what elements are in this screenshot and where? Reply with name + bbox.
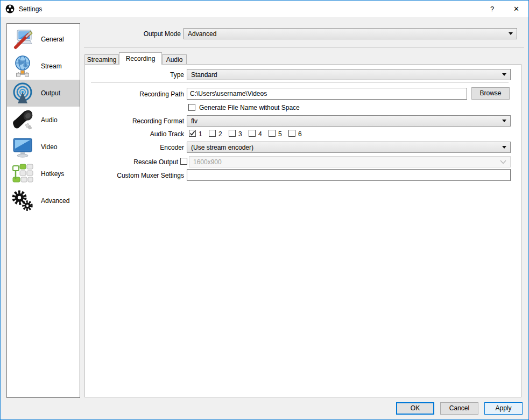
rescale-output-value: 1600x900 [193, 158, 500, 166]
tab-recording[interactable]: Recording [119, 52, 162, 65]
audio-track-label: Audio Track [84, 130, 184, 138]
dropdown-arrow-icon [509, 32, 513, 35]
rescale-output-checkbox[interactable] [180, 158, 187, 165]
dropdown-arrow-icon [502, 120, 506, 122]
output-mode-select[interactable]: Advanced [184, 28, 517, 39]
close-button[interactable]: ✕ [504, 1, 528, 17]
audio-icon [10, 108, 36, 132]
audio-track-1-label: 1 [199, 130, 202, 138]
type-select[interactable]: Standard [187, 69, 511, 80]
sidebar-item-hotkeys[interactable]: Hotkeys [7, 160, 80, 187]
audio-track-2-label: 2 [218, 130, 222, 138]
ok-button[interactable]: OK [396, 402, 434, 415]
browse-button[interactable]: Browse [471, 87, 510, 100]
sidebar-item-label: Output [41, 89, 60, 97]
video-icon [10, 135, 36, 159]
type-separator [91, 82, 509, 82]
sidebar-item-general[interactable]: General [7, 26, 80, 53]
tab-streaming[interactable]: Streaming [84, 54, 119, 65]
checkmark-icon [189, 130, 195, 136]
encoder-value: (Use stream encoder) [191, 144, 499, 151]
recording-tab-panel [84, 64, 521, 397]
general-icon [10, 27, 36, 52]
sidebar-item-audio[interactable]: Audio [7, 107, 80, 134]
tab-audio[interactable]: Audio [162, 54, 187, 65]
audio-track-4-checkbox[interactable] [249, 130, 256, 137]
generate-no-space-label: Generate File Name without Space [199, 104, 300, 111]
custom-muxer-label: Custom Muxer Settings [84, 172, 184, 179]
recording-path-input[interactable] [187, 88, 467, 100]
sidebar-item-output[interactable]: Output [7, 80, 80, 107]
recording-path-label: Recording Path [84, 90, 184, 98]
audio-track-6-checkbox[interactable] [288, 130, 295, 137]
output-icon [10, 81, 36, 106]
output-mode-label: Output Mode [84, 30, 181, 38]
recording-format-label: Recording Format [84, 117, 184, 125]
type-label: Type [84, 71, 184, 79]
rescale-output-label: Rescale Output [84, 158, 178, 166]
help-button[interactable]: ? [480, 1, 504, 17]
hotkeys-icon [10, 162, 36, 186]
settings-window: Settings ? ✕ General [0, 0, 529, 420]
sidebar-item-label: Advanced [41, 197, 69, 205]
dropdown-arrow-icon [502, 73, 506, 76]
encoder-label: Encoder [84, 144, 184, 151]
section-separator [84, 47, 524, 47]
audio-track-5-label: 5 [278, 130, 282, 138]
audio-track-4-label: 4 [258, 130, 262, 138]
sidebar-item-label: Audio [41, 116, 58, 124]
dropdown-arrow-icon [502, 146, 506, 149]
output-mode-value: Advanced [188, 30, 505, 38]
custom-muxer-input[interactable] [187, 169, 511, 181]
apply-button[interactable]: Apply [484, 402, 523, 415]
audio-track-2-checkbox[interactable] [209, 130, 216, 137]
chevron-down-icon [500, 160, 506, 164]
audio-track-3-label: 3 [238, 130, 242, 138]
sidebar-item-label: Hotkeys [41, 170, 64, 178]
sidebar-item-label: Video [41, 143, 57, 151]
encoder-select[interactable]: (Use stream encoder) [187, 142, 511, 153]
cancel-button[interactable]: Cancel [440, 402, 478, 415]
stream-icon [10, 54, 36, 79]
settings-sidebar: General Stream [6, 23, 80, 398]
obs-logo-icon [5, 4, 15, 13]
audio-track-1-checkbox[interactable] [189, 130, 196, 137]
sidebar-item-stream[interactable]: Stream [7, 53, 80, 80]
recording-format-select[interactable]: flv [187, 115, 511, 127]
sidebar-item-video[interactable]: Video [7, 134, 80, 160]
advanced-icon [10, 188, 36, 213]
audio-track-6-label: 6 [298, 130, 302, 138]
generate-no-space-checkbox[interactable] [188, 104, 195, 111]
audio-track-3-checkbox[interactable] [229, 130, 236, 137]
sidebar-item-label: General [41, 36, 64, 43]
window-title: Settings [19, 5, 42, 13]
type-value: Standard [191, 71, 499, 79]
audio-track-5-checkbox[interactable] [269, 130, 276, 137]
sidebar-item-label: Stream [41, 62, 62, 70]
recording-format-value: flv [191, 117, 499, 125]
sidebar-item-advanced[interactable]: Advanced [7, 187, 80, 214]
rescale-output-select: 1600x900 [189, 156, 511, 167]
title-bar: Settings ? ✕ [1, 1, 528, 17]
